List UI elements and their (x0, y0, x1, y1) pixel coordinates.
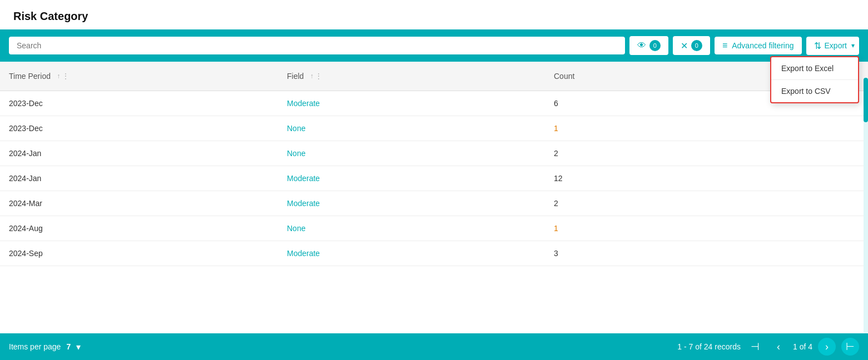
cell-time-period: 2023-Dec (0, 116, 278, 141)
search-input[interactable] (9, 37, 625, 54)
table-row: 2024-Sep Moderate 3 (0, 241, 868, 266)
export-wrapper: ⇅ Export ▾ Export to Excel Export to CSV (806, 37, 859, 55)
page-info: 1 of 4 (793, 342, 812, 351)
cell-time-period: 2024-Mar (0, 191, 278, 216)
records-info: 1 - 7 of 24 records (677, 342, 741, 351)
table-row: 2024-Jan Moderate 12 (0, 166, 868, 191)
data-table: Time Period ↑ ⋮ Field ↑ ⋮ Count (0, 62, 868, 266)
cell-count: 1 (545, 216, 868, 241)
page-title: Risk Category (0, 0, 868, 29)
export-chevron-icon: ▾ (851, 42, 855, 49)
export-excel-item[interactable]: Export to Excel (771, 57, 858, 79)
table-row: 2024-Jan None 2 (0, 141, 868, 166)
scrollbar-track (864, 78, 868, 333)
cell-count: 2 (545, 141, 868, 166)
col-header-field: Field ↑ ⋮ (278, 62, 545, 91)
table-row: 2023-Dec None 1 (0, 116, 868, 141)
cell-field: Moderate (278, 241, 545, 266)
cell-field: Moderate (278, 191, 545, 216)
footer: Items per page 7 ▾ 1 - 7 of 24 records ⊣… (0, 333, 868, 360)
cell-field: Moderate (278, 166, 545, 191)
page-wrapper: Risk Category 👁 0 ✕ 0 ≡ Advanced filteri… (0, 0, 868, 360)
eye-filter-button[interactable]: 👁 0 (629, 36, 668, 55)
export-label: Export (825, 41, 847, 50)
table-body: 2023-Dec Moderate 6 2023-Dec None 1 2024… (0, 91, 868, 266)
cell-time-period: 2023-Dec (0, 91, 278, 116)
col-header-time-period: Time Period ↑ ⋮ (0, 62, 278, 91)
footer-left: Items per page 7 ▾ (9, 342, 81, 352)
cell-time-period: 2024-Aug (0, 216, 278, 241)
table-row: 2024-Aug None 1 (0, 216, 868, 241)
eye-icon: 👁 (637, 41, 646, 51)
cell-count: 2 (545, 191, 868, 216)
cell-field: Moderate (278, 91, 545, 116)
items-per-page-value: 7 (66, 342, 71, 351)
cell-field: None (278, 216, 545, 241)
count-header-label: Count (554, 72, 574, 81)
x-count-badge: 0 (691, 40, 702, 51)
cell-count: 3 (545, 241, 868, 266)
pagination-first-button[interactable]: ⊣ (746, 338, 764, 356)
scrollbar-thumb[interactable] (864, 78, 868, 122)
pagination-prev-button[interactable]: ‹ (770, 338, 787, 356)
cell-count: 12 (545, 166, 868, 191)
time-period-header-label: Time Period (9, 72, 51, 81)
cell-count: 1 (545, 116, 868, 141)
pagination-last-button[interactable]: ⊢ (841, 338, 859, 356)
field-header-label: Field (287, 72, 304, 81)
cell-time-period: 2024-Jan (0, 166, 278, 191)
advanced-filtering-label: Advanced filtering (732, 41, 793, 50)
table-header-row: Time Period ↑ ⋮ Field ↑ ⋮ Count (0, 62, 868, 91)
export-csv-item[interactable]: Export to CSV (771, 80, 858, 102)
time-period-sort-icon[interactable]: ↑ ⋮ (55, 68, 71, 84)
field-sort-icon[interactable]: ↑ ⋮ (308, 68, 324, 84)
cell-time-period: 2024-Jan (0, 141, 278, 166)
filter-icon: ≡ (722, 41, 727, 51)
table-row: 2024-Mar Moderate 2 (0, 191, 868, 216)
sort-icon: ⇅ (814, 41, 821, 51)
export-dropdown: Export to Excel Export to CSV (770, 56, 859, 103)
export-button[interactable]: ⇅ Export ▾ (806, 37, 859, 55)
x-icon: ✕ (681, 41, 688, 51)
eye-count-badge: 0 (649, 40, 661, 51)
items-per-page-label: Items per page (9, 342, 61, 351)
cell-field: None (278, 141, 545, 166)
table-row: 2023-Dec Moderate 6 (0, 91, 868, 116)
items-per-page-chevron[interactable]: ▾ (76, 342, 81, 352)
toolbar: 👁 0 ✕ 0 ≡ Advanced filtering ⇅ Export ▾ … (0, 29, 868, 62)
cell-field: None (278, 116, 545, 141)
table-container: Time Period ↑ ⋮ Field ↑ ⋮ Count (0, 62, 868, 266)
footer-right: 1 - 7 of 24 records ⊣ ‹ 1 of 4 › ⊢ (677, 338, 859, 356)
cell-time-period: 2024-Sep (0, 241, 278, 266)
pagination-next-button[interactable]: › (818, 338, 836, 356)
advanced-filtering-button[interactable]: ≡ Advanced filtering (715, 37, 802, 54)
x-filter-button[interactable]: ✕ 0 (673, 36, 710, 55)
